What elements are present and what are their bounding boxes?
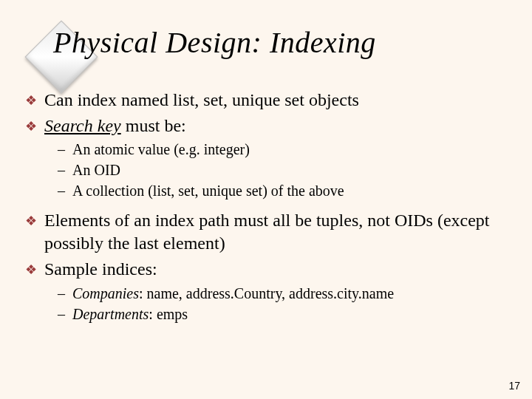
- emphasis-companies: Companies: [72, 285, 139, 301]
- bullet-text: Search key must be:: [44, 115, 513, 137]
- sub-bullet-item: – Departments: emps: [58, 304, 513, 324]
- sub-bullet-item: – Companies: name, address.Country, addr…: [58, 284, 513, 303]
- page-number: 17: [508, 380, 520, 392]
- bullet-text: Can index named list, set, unique set ob…: [44, 89, 513, 112]
- sub-bullet-text-suffix: : name, address.Country, address.city.na…: [139, 285, 394, 301]
- bullet-item: ❖ Search key must be:: [25, 115, 513, 137]
- sub-bullet-text: An atomic value (e.g. integer): [72, 140, 513, 159]
- sub-bullet-item: – An OID: [58, 160, 513, 180]
- sub-bullet-text: Companies: name, address.Country, addres…: [72, 284, 513, 303]
- dash-bullet-icon: –: [58, 140, 72, 159]
- sub-bullet-text: An OID: [72, 160, 513, 180]
- sub-bullet-text: A collection (list, set, unique set) of …: [72, 181, 513, 200]
- dash-bullet-icon: –: [58, 181, 72, 200]
- dash-bullet-icon: –: [58, 304, 72, 324]
- diamond-bullet-icon: ❖: [25, 89, 44, 109]
- bullet-item: ❖ Sample indices:: [25, 258, 513, 281]
- sub-bullet-text: Departments: emps: [72, 304, 513, 324]
- emphasis-search-key: Search key: [44, 116, 121, 135]
- slide-title: Physical Design: Indexing: [53, 25, 376, 60]
- dash-bullet-icon: –: [58, 160, 72, 180]
- bullet-item: ❖ Can index named list, set, unique set …: [25, 89, 513, 112]
- slide-body: ❖ Can index named list, set, unique set …: [25, 89, 513, 325]
- bullet-text: Sample indices:: [44, 258, 513, 281]
- sub-bullet-item: – A collection (list, set, unique set) o…: [58, 181, 513, 200]
- diamond-bullet-icon: ❖: [25, 115, 44, 135]
- emphasis-departments: Departments: [72, 306, 149, 322]
- dash-bullet-icon: –: [58, 284, 72, 303]
- diamond-bullet-icon: ❖: [25, 258, 44, 279]
- bullet-item: ❖ Elements of an index path must all be …: [25, 209, 513, 254]
- bullet-text: Elements of an index path must all be tu…: [44, 209, 513, 254]
- diamond-bullet-icon: ❖: [25, 209, 44, 230]
- sub-bullet-item: – An atomic value (e.g. integer): [58, 140, 513, 159]
- sub-bullet-text-suffix: : emps: [149, 306, 188, 322]
- bullet-text-suffix: must be:: [121, 116, 186, 135]
